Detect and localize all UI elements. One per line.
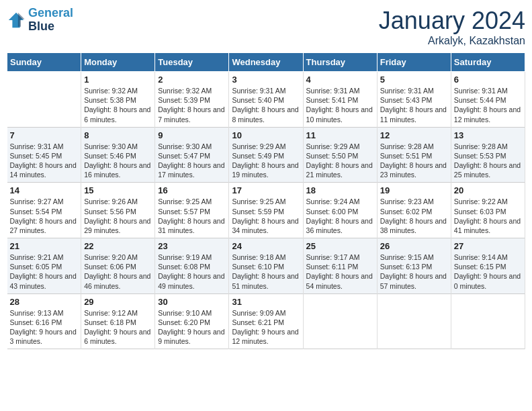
day-info: Sunrise: 9:29 AMSunset: 5:49 PMDaylight:… <box>232 142 300 180</box>
day-cell: 9Sunrise: 9:30 AMSunset: 5:47 PMDaylight… <box>155 127 229 183</box>
day-number: 15 <box>84 185 152 195</box>
day-cell: 19Sunrise: 9:23 AMSunset: 6:02 PMDayligh… <box>377 183 451 238</box>
week-row: 7Sunrise: 9:31 AMSunset: 5:45 PMDaylight… <box>7 127 525 183</box>
day-info: Sunrise: 9:24 AMSunset: 6:00 PMDaylight:… <box>306 197 374 235</box>
day-cell: 4Sunrise: 9:31 AMSunset: 5:41 PMDaylight… <box>303 72 377 128</box>
day-number: 8 <box>84 130 152 140</box>
day-cell: 3Sunrise: 9:31 AMSunset: 5:40 PMDaylight… <box>229 72 303 128</box>
page-header: General Blue January 2024 Arkalyk, Kazak… <box>7 7 525 47</box>
day-number: 2 <box>158 75 226 85</box>
day-number: 10 <box>232 130 300 140</box>
day-info: Sunrise: 9:22 AMSunset: 6:03 PMDaylight:… <box>454 197 522 235</box>
logo: General Blue <box>7 7 73 34</box>
day-cell: 10Sunrise: 9:29 AMSunset: 5:49 PMDayligh… <box>229 127 303 183</box>
day-number: 14 <box>10 185 79 195</box>
day-info: Sunrise: 9:31 AMSunset: 5:44 PMDaylight:… <box>454 86 522 124</box>
day-cell: 2Sunrise: 9:32 AMSunset: 5:39 PMDaylight… <box>155 72 229 128</box>
day-header: Friday <box>377 53 451 72</box>
day-info: Sunrise: 9:13 AMSunset: 6:16 PMDaylight:… <box>10 308 79 347</box>
day-info: Sunrise: 9:23 AMSunset: 6:02 PMDaylight:… <box>380 197 448 235</box>
day-number: 4 <box>306 75 374 85</box>
day-cell <box>377 293 451 349</box>
week-row: 21Sunrise: 9:21 AMSunset: 6:05 PMDayligh… <box>7 238 525 294</box>
day-info: Sunrise: 9:25 AMSunset: 5:59 PMDaylight:… <box>232 197 300 235</box>
day-header: Wednesday <box>229 53 303 72</box>
day-number: 11 <box>306 130 374 140</box>
day-number: 24 <box>232 241 300 251</box>
day-cell: 21Sunrise: 9:21 AMSunset: 6:05 PMDayligh… <box>7 238 81 294</box>
day-cell: 22Sunrise: 9:20 AMSunset: 6:06 PMDayligh… <box>81 238 155 294</box>
day-header: Monday <box>81 53 155 72</box>
day-cell: 29Sunrise: 9:12 AMSunset: 6:18 PMDayligh… <box>81 293 155 349</box>
day-cell: 25Sunrise: 9:17 AMSunset: 6:11 PMDayligh… <box>303 238 377 294</box>
day-cell: 7Sunrise: 9:31 AMSunset: 5:45 PMDaylight… <box>7 127 81 183</box>
day-number: 12 <box>380 130 448 140</box>
day-cell <box>451 293 525 349</box>
day-cell: 16Sunrise: 9:25 AMSunset: 5:57 PMDayligh… <box>155 183 229 238</box>
day-cell: 15Sunrise: 9:26 AMSunset: 5:56 PMDayligh… <box>81 183 155 238</box>
day-cell: 1Sunrise: 9:32 AMSunset: 5:38 PMDaylight… <box>81 72 155 128</box>
day-number: 5 <box>380 75 448 85</box>
day-number: 7 <box>10 130 79 140</box>
day-number: 20 <box>454 185 522 195</box>
day-number: 6 <box>454 75 522 85</box>
day-cell: 26Sunrise: 9:15 AMSunset: 6:13 PMDayligh… <box>377 238 451 294</box>
week-row: 28Sunrise: 9:13 AMSunset: 6:16 PMDayligh… <box>7 293 525 349</box>
day-header: Saturday <box>451 53 525 72</box>
day-number: 31 <box>232 297 300 307</box>
day-info: Sunrise: 9:09 AMSunset: 6:21 PMDaylight:… <box>232 308 300 347</box>
day-info: Sunrise: 9:32 AMSunset: 5:39 PMDaylight:… <box>158 86 226 124</box>
day-number: 19 <box>380 185 448 195</box>
day-cell: 14Sunrise: 9:27 AMSunset: 5:54 PMDayligh… <box>7 183 81 238</box>
day-info: Sunrise: 9:10 AMSunset: 6:20 PMDaylight:… <box>158 308 226 347</box>
day-number: 13 <box>454 130 522 140</box>
day-cell: 18Sunrise: 9:24 AMSunset: 6:00 PMDayligh… <box>303 183 377 238</box>
day-cell: 30Sunrise: 9:10 AMSunset: 6:20 PMDayligh… <box>155 293 229 349</box>
day-cell: 12Sunrise: 9:28 AMSunset: 5:51 PMDayligh… <box>377 127 451 183</box>
day-info: Sunrise: 9:30 AMSunset: 5:46 PMDaylight:… <box>84 142 152 180</box>
day-number: 17 <box>232 185 300 195</box>
calendar-table: SundayMondayTuesdayWednesdayThursdayFrid… <box>7 52 525 349</box>
day-info: Sunrise: 9:31 AMSunset: 5:41 PMDaylight:… <box>306 86 374 124</box>
day-number: 29 <box>84 297 152 307</box>
day-cell: 24Sunrise: 9:18 AMSunset: 6:10 PMDayligh… <box>229 238 303 294</box>
day-header: Tuesday <box>155 53 229 72</box>
day-header: Sunday <box>7 53 81 72</box>
day-cell: 31Sunrise: 9:09 AMSunset: 6:21 PMDayligh… <box>229 293 303 349</box>
day-info: Sunrise: 9:21 AMSunset: 6:05 PMDaylight:… <box>10 253 79 291</box>
month-title: January 2024 <box>379 7 525 35</box>
day-number: 21 <box>10 241 79 251</box>
title-area: January 2024 Arkalyk, Kazakhstan <box>379 7 525 47</box>
day-cell <box>7 72 81 128</box>
day-cell: 6Sunrise: 9:31 AMSunset: 5:44 PMDaylight… <box>451 72 525 128</box>
day-number: 1 <box>84 75 152 85</box>
day-info: Sunrise: 9:32 AMSunset: 5:38 PMDaylight:… <box>84 86 152 124</box>
day-info: Sunrise: 9:31 AMSunset: 5:43 PMDaylight:… <box>380 86 448 124</box>
header-row: SundayMondayTuesdayWednesdayThursdayFrid… <box>7 53 525 72</box>
week-row: 1Sunrise: 9:32 AMSunset: 5:38 PMDaylight… <box>7 72 525 128</box>
day-info: Sunrise: 9:20 AMSunset: 6:06 PMDaylight:… <box>84 253 152 291</box>
day-number: 27 <box>454 241 522 251</box>
day-number: 18 <box>306 185 374 195</box>
day-number: 16 <box>158 185 226 195</box>
day-number: 25 <box>306 241 374 251</box>
day-info: Sunrise: 9:28 AMSunset: 5:51 PMDaylight:… <box>380 142 448 180</box>
day-number: 9 <box>158 130 226 140</box>
day-header: Thursday <box>303 53 377 72</box>
day-info: Sunrise: 9:15 AMSunset: 6:13 PMDaylight:… <box>380 253 448 291</box>
location: Arkalyk, Kazakhstan <box>379 35 525 47</box>
day-cell: 23Sunrise: 9:19 AMSunset: 6:08 PMDayligh… <box>155 238 229 294</box>
day-info: Sunrise: 9:28 AMSunset: 5:53 PMDaylight:… <box>454 142 522 180</box>
day-info: Sunrise: 9:29 AMSunset: 5:50 PMDaylight:… <box>306 142 374 180</box>
week-row: 14Sunrise: 9:27 AMSunset: 5:54 PMDayligh… <box>7 183 525 238</box>
logo-text: General Blue <box>28 7 73 34</box>
day-info: Sunrise: 9:26 AMSunset: 5:56 PMDaylight:… <box>84 197 152 235</box>
day-info: Sunrise: 9:25 AMSunset: 5:57 PMDaylight:… <box>158 197 226 235</box>
day-info: Sunrise: 9:30 AMSunset: 5:47 PMDaylight:… <box>158 142 226 180</box>
day-number: 3 <box>232 75 300 85</box>
day-number: 26 <box>380 241 448 251</box>
day-cell: 17Sunrise: 9:25 AMSunset: 5:59 PMDayligh… <box>229 183 303 238</box>
day-info: Sunrise: 9:18 AMSunset: 6:10 PMDaylight:… <box>232 253 300 291</box>
day-number: 23 <box>158 241 226 251</box>
day-info: Sunrise: 9:17 AMSunset: 6:11 PMDaylight:… <box>306 253 374 291</box>
